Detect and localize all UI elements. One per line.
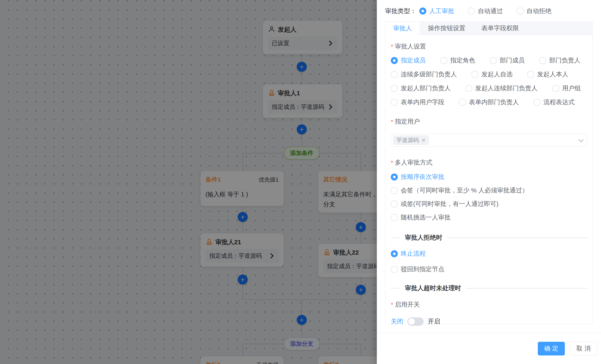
tab-action-buttons[interactable]: 操作按钮设置 — [420, 22, 473, 35]
radio-label: 发起人部门负责人 — [401, 84, 451, 92]
drawer-body: 审批类型： 人工审批自动通过自动拒绝 审批人 操作按钮设置 表单字段权限 审批人… — [377, 0, 601, 333]
reject-section-divider: 审批人拒绝时 — [391, 233, 587, 242]
radio-label: 或签(可同时审批，有一人通过即可) — [401, 200, 499, 208]
timeout-toggle[interactable] — [407, 317, 424, 326]
radio-circle-icon — [533, 99, 541, 106]
radio-option[interactable]: 部门成员 — [490, 56, 525, 65]
reject-radio-group: 终止流程驳回到指定节点 — [391, 249, 587, 273]
radio-label: 发起人本人 — [537, 70, 568, 79]
assign-user-select[interactable]: 芋道源码 × — [391, 134, 587, 147]
timeout-section-title: 审批人超时未处理时 — [405, 284, 461, 293]
tab-approver[interactable]: 审批人 — [385, 22, 420, 35]
radio-option[interactable]: 连续多级部门负责人 — [391, 70, 457, 79]
approver-setting-label: 审批人设置 — [391, 42, 587, 51]
radio-label: 部门负责人 — [549, 56, 581, 65]
radio-circle-icon — [552, 85, 559, 92]
radio-label: 表单内部门负责人 — [469, 98, 519, 107]
approver-setting-row4: 表单内用户字段表单内部门负责人流程表达式 — [391, 98, 587, 107]
radio-label: 终止流程 — [401, 249, 426, 258]
approver-settings-drawer: 审批类型： 人工审批自动通过自动拒绝 审批人 操作按钮设置 表单字段权限 审批人… — [377, 0, 601, 364]
radio-option[interactable]: 指定角色 — [440, 56, 475, 65]
radio-label: 驳回到指定节点 — [401, 265, 444, 273]
radio-label: 指定成员 — [401, 56, 426, 65]
radio-option[interactable]: 流程表达式 — [533, 98, 575, 107]
approve-type-row: 审批类型： 人工审批自动通过自动拒绝 — [385, 5, 593, 17]
radio-label: 随机挑选一人审批 — [401, 213, 451, 222]
switch-on-label: 开启 — [428, 317, 440, 326]
radio-option[interactable]: 终止流程 — [391, 249, 426, 258]
radio-option[interactable]: 发起人连续部门负责人 — [465, 84, 538, 92]
tab-form-field-permissions[interactable]: 表单字段权限 — [473, 22, 527, 35]
radio-option[interactable]: 发起人部门负责人 — [391, 84, 451, 92]
approve-type-label: 审批类型： — [385, 7, 416, 15]
radio-label: 发起人连续部门负责人 — [475, 84, 538, 92]
radio-label: 自动拒绝 — [527, 7, 551, 15]
radio-circle-icon — [391, 201, 398, 208]
radio-circle-icon — [440, 57, 447, 64]
chevron-down-icon — [578, 137, 583, 142]
radio-circle-icon — [459, 99, 466, 106]
radio-option[interactable]: 随机挑选一人审批 — [391, 213, 451, 222]
reject-section-title: 审批人拒绝时 — [405, 233, 442, 242]
radio-circle-icon — [391, 173, 398, 181]
radio-label: 指定角色 — [450, 56, 475, 65]
radio-circle-icon — [391, 99, 398, 106]
approver-setting-row3: 发起人部门负责人发起人连续部门负责人用户组 — [391, 84, 587, 92]
cancel-button[interactable]: 取 消 — [570, 342, 597, 355]
radio-circle-icon — [465, 85, 472, 92]
radio-label: 会签（可同时审批，至少 % 人必须审批通过） — [401, 186, 528, 195]
workflow-designer-screen: 发起人 已设置 + 审批人1 指定成 — [0, 0, 601, 364]
radio-circle-icon — [391, 57, 398, 64]
settings-tabs: 审批人 操作按钮设置 表单字段权限 审批人设置 指定成员指定角色部门成员部门负责… — [385, 22, 593, 324]
radio-option[interactable]: 会签（可同时审批，至少 % 人必须审批通过） — [391, 186, 528, 195]
radio-label: 自动通过 — [478, 7, 503, 15]
approve-type-radio-group: 人工审批自动通过自动拒绝 — [419, 7, 551, 15]
radio-circle-icon — [391, 187, 398, 194]
radio-label: 按顺序依次审批 — [401, 173, 444, 181]
radio-circle-icon — [517, 8, 524, 15]
radio-option[interactable]: 部门负责人 — [539, 56, 581, 65]
tag-close-icon[interactable]: × — [422, 137, 425, 143]
radio-option[interactable]: 指定成员 — [391, 56, 426, 65]
timeout-switch-row: 关闭 开启 — [391, 317, 587, 326]
radio-circle-icon — [391, 71, 398, 78]
radio-option[interactable]: 自动拒绝 — [517, 7, 551, 15]
drawer-footer: 确 定 取 消 — [377, 333, 601, 364]
radio-label: 表单内用户字段 — [401, 98, 444, 107]
radio-label: 人工审批 — [429, 7, 454, 15]
radio-option[interactable]: 驳回到指定节点 — [391, 265, 444, 273]
radio-circle-icon — [490, 57, 497, 64]
radio-option[interactable]: 用户组 — [552, 84, 581, 92]
radio-option[interactable]: 表单内用户字段 — [391, 98, 444, 107]
timeout-section-divider: 审批人超时未处理时 — [391, 284, 587, 293]
radio-option[interactable]: 发起人本人 — [527, 70, 568, 79]
radio-label: 部门成员 — [500, 56, 525, 65]
tab-header: 审批人 操作按钮设置 表单字段权限 — [385, 22, 592, 35]
user-tag: 芋道源码 × — [393, 135, 429, 145]
confirm-button[interactable]: 确 定 — [538, 342, 565, 355]
radio-circle-icon — [391, 214, 398, 221]
multi-mode-label: 多人审批方式 — [391, 158, 587, 167]
radio-circle-icon — [419, 8, 426, 15]
radio-label: 用户组 — [562, 84, 581, 92]
radio-option[interactable]: 或签(可同时审批，有一人通过即可) — [391, 200, 499, 208]
radio-option[interactable]: 发起人自选 — [471, 70, 513, 79]
switch-off-label: 关闭 — [391, 317, 403, 326]
radio-label: 发起人自选 — [481, 70, 513, 79]
assign-user-label: 指定用户 — [391, 117, 587, 126]
radio-label: 连续多级部门负责人 — [401, 70, 457, 79]
radio-circle-icon — [471, 71, 479, 78]
radio-circle-icon — [391, 250, 398, 257]
radio-option[interactable]: 自动通过 — [468, 7, 503, 15]
radio-option[interactable]: 人工审批 — [419, 7, 454, 15]
approver-setting-row1: 指定成员指定角色部门成员部门负责人 — [391, 56, 587, 65]
approver-setting-row2: 连续多级部门负责人发起人自选发起人本人 — [391, 70, 587, 79]
enable-switch-label: 启用开关 — [391, 300, 587, 309]
radio-circle-icon — [391, 85, 398, 92]
radio-option[interactable]: 表单内部门负责人 — [459, 98, 519, 107]
multi-mode-radio-group: 按顺序依次审批会签（可同时审批，至少 % 人必须审批通过）或签(可同时审批，有一… — [391, 173, 587, 222]
radio-label: 流程表达式 — [543, 98, 575, 107]
radio-circle-icon — [539, 57, 546, 64]
tab-content-approver: 审批人设置 指定成员指定角色部门成员部门负责人 连续多级部门负责人发起人自选发起… — [385, 35, 592, 333]
radio-option[interactable]: 按顺序依次审批 — [391, 173, 444, 181]
